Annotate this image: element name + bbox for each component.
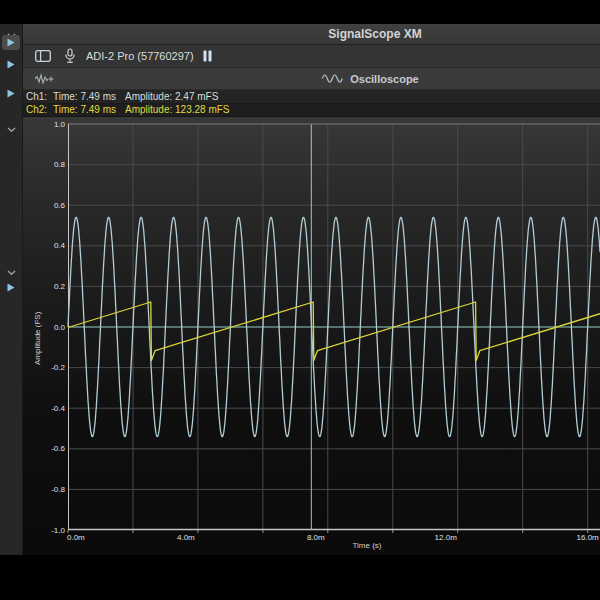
x-tick-label: 16.0m (574, 533, 600, 542)
microphone-icon[interactable] (64, 48, 76, 64)
device-selector[interactable]: ADI-2 Pro (57760297) (86, 50, 194, 62)
tool-title-group: Oscilloscope (321, 68, 418, 89)
sidebar-play-button[interactable] (0, 85, 22, 101)
ch2-time: Time: 7.49 ms (53, 104, 125, 116)
toolbar: ADI-2 Pro (57760297) (23, 45, 600, 68)
y-tick-label: 0.4 (41, 241, 65, 250)
ch1-time: Time: 7.49 ms (53, 90, 125, 103)
sidebar-play-button[interactable] (0, 56, 22, 72)
desktop: SignalScope XM ADI-2 Pro (57760297) Osci… (0, 0, 600, 600)
sidebar-play-button[interactable] (0, 279, 22, 295)
titlebar[interactable]: SignalScope XM (23, 24, 600, 45)
y-tick-label: 0.8 (41, 160, 65, 169)
plot-wrap[interactable]: 1.00.80.60.40.20.0-0.2-0.4-0.6-0.8-1.00.… (68, 124, 600, 530)
sidebar-chevron-button[interactable] (0, 122, 22, 138)
tool-header: Oscilloscope (23, 68, 600, 90)
sidebar-toggle-icon[interactable] (35, 50, 51, 62)
ch2-amplitude: Amplitude: 123.28 mFS (125, 104, 230, 116)
y-tick-label: -0.6 (41, 444, 65, 453)
y-tick-label: -0.8 (41, 485, 65, 494)
y-tick-label: 0.2 (41, 282, 65, 291)
y-tick-label: -1.0 (41, 526, 65, 535)
channel-readouts: Ch1: Time: 7.49 ms Amplitude: 2.47 mFS C… (23, 90, 600, 117)
tool-palette-sidebar (0, 24, 23, 555)
y-tick-label: -0.2 (41, 363, 65, 372)
y-tick-label: 1.0 (41, 120, 65, 129)
ch2-readout: Ch2: Time: 7.49 ms Amplitude: 123.28 mFS (23, 104, 600, 116)
add-signal-icon[interactable] (35, 73, 54, 85)
window-main: SignalScope XM ADI-2 Pro (57760297) Osci… (23, 24, 600, 555)
y-axis-label: Amplitude (FS) (33, 312, 42, 365)
y-tick-label: 0.0 (41, 323, 65, 332)
sine-wave-icon (321, 73, 343, 84)
x-tick-label: 4.0m (172, 533, 200, 542)
y-tick-label: 0.6 (41, 201, 65, 210)
sidebar-play-button[interactable] (2, 35, 20, 50)
tool-title: Oscilloscope (350, 73, 418, 85)
x-tick-label: 8.0m (302, 533, 330, 542)
y-tick-label: -0.4 (41, 404, 65, 413)
x-tick-label: 0.0m (67, 533, 95, 542)
window-title: SignalScope XM (328, 27, 421, 41)
pause-icon[interactable] (203, 50, 212, 62)
ch1-amplitude: Amplitude: 2.47 mFS (125, 90, 218, 103)
x-tick-label: 12.0m (432, 533, 460, 542)
ch2-label: Ch2: (26, 104, 53, 116)
ch1-readout: Ch1: Time: 7.49 ms Amplitude: 2.47 mFS (23, 90, 600, 104)
ch1-label: Ch1: (26, 90, 53, 103)
oscilloscope-plot-region: Amplitude (FS) 1.00.80.60.40.20.0-0.2-0.… (23, 117, 600, 555)
x-axis-label: Time (s) (337, 541, 397, 550)
oscilloscope-canvas (68, 124, 600, 534)
signalscope-window: SignalScope XM ADI-2 Pro (57760297) Osci… (0, 24, 600, 555)
